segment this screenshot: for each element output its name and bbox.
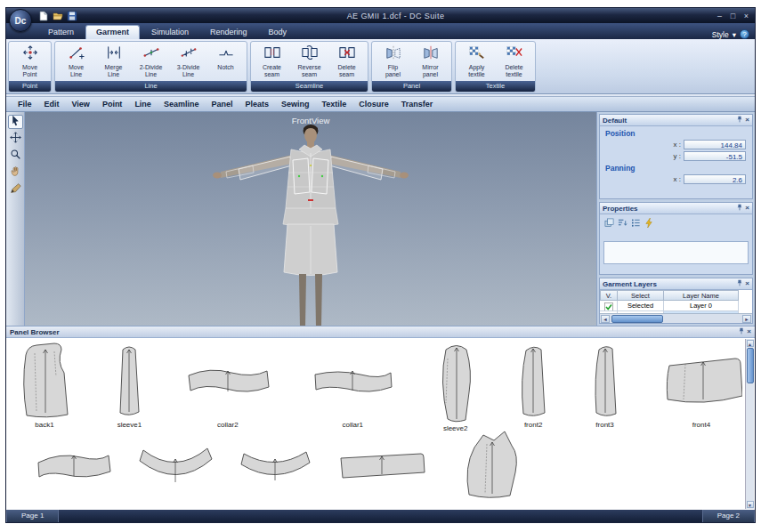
new-file-icon[interactable] xyxy=(38,11,49,21)
delete-textile-button[interactable]: Delete textile xyxy=(496,44,532,77)
minimize-button[interactable]: – xyxy=(714,12,725,20)
zoom-tool[interactable] xyxy=(8,149,23,163)
notch-button[interactable]: Notch xyxy=(207,44,244,71)
vertical-scrollbar[interactable]: ▲ ▼ xyxy=(745,339,754,509)
maximize-button[interactable]: □ xyxy=(727,12,739,20)
app-logo[interactable]: Dc xyxy=(9,9,32,32)
help-icon[interactable]: ? xyxy=(740,29,749,39)
panel-garment-layers-header[interactable]: Garment Layers × xyxy=(600,278,752,290)
apply-textile-button[interactable]: Apply textile xyxy=(458,44,495,77)
panel-browser-header[interactable]: Panel Browser × xyxy=(6,326,755,338)
scroll-down-arrow[interactable]: ▼ xyxy=(747,501,754,508)
sort-icon[interactable] xyxy=(618,218,627,228)
close-icon[interactable]: × xyxy=(745,205,749,212)
scrollbar-thumb[interactable] xyxy=(611,315,663,323)
viewport-3d[interactable]: FrontView xyxy=(25,112,596,326)
close-icon[interactable]: × xyxy=(745,280,749,287)
visibility-checkbox[interactable] xyxy=(600,301,618,311)
pattern-piece-collar1[interactable]: collar1 xyxy=(312,341,393,430)
pattern-piece-sleeve1[interactable]: sleeve1 xyxy=(115,341,143,430)
layer-select-cell[interactable]: Selected xyxy=(618,301,664,311)
pattern-piece[interactable] xyxy=(239,430,311,510)
pattern-piece-back1[interactable]: back1 xyxy=(15,341,74,430)
menu-edit[interactable]: Edit xyxy=(38,99,66,109)
pattern-piece-sleeve2[interactable]: sleeve2 xyxy=(435,341,476,430)
close-icon[interactable]: × xyxy=(745,117,749,124)
menu-closure[interactable]: Closure xyxy=(352,99,395,109)
layer-name-cell[interactable]: Layer 0 xyxy=(664,301,739,311)
delete-seam-button[interactable]: Delete seam xyxy=(328,44,365,77)
pin-icon[interactable] xyxy=(738,327,745,336)
horizontal-scrollbar[interactable]: ◄ ► xyxy=(600,313,752,323)
select-tool[interactable] xyxy=(8,115,23,129)
pattern-piece[interactable] xyxy=(35,430,111,510)
pin-icon[interactable] xyxy=(736,204,743,213)
menu-transfer[interactable]: Transfer xyxy=(395,99,440,109)
tab-pattern[interactable]: Pattern xyxy=(38,26,84,39)
create-seam-button[interactable]: Create seam xyxy=(254,44,290,77)
merge-line-button[interactable]: Merge Line xyxy=(95,44,132,77)
panel-default-header[interactable]: Default × xyxy=(600,115,752,126)
tab-simulation[interactable]: Simulation xyxy=(142,26,198,39)
measure-tool[interactable] xyxy=(8,182,23,197)
apply-textile-icon xyxy=(467,44,487,64)
menu-line[interactable]: Line xyxy=(128,99,158,109)
tab-garment[interactable]: Garment xyxy=(85,25,140,39)
column-header[interactable]: Select xyxy=(618,290,664,301)
mirror-panel-button[interactable]: Mirror panel xyxy=(412,44,449,77)
style-menu[interactable]: Style ▾ ? xyxy=(712,29,755,39)
pattern-piece-front2[interactable]: front2 xyxy=(517,341,549,430)
flip-panel-button[interactable]: Flip panel xyxy=(375,44,411,77)
column-header[interactable]: V. xyxy=(600,290,618,301)
pattern-piece-front4[interactable]: front4 xyxy=(660,341,742,430)
lightning-icon[interactable] xyxy=(644,218,654,228)
close-button[interactable]: × xyxy=(741,12,752,20)
style-menu-label: Style xyxy=(712,30,729,39)
field-row: y :-51.5 xyxy=(603,151,746,161)
column-header[interactable]: Layer Name xyxy=(664,290,739,301)
scroll-right-arrow[interactable]: ► xyxy=(742,315,751,323)
menu-textile[interactable]: Textile xyxy=(315,99,352,109)
list-icon[interactable] xyxy=(631,218,641,228)
piece-row: back1sleeve1collar2collar1sleeve2front2f… xyxy=(15,341,742,430)
pattern-piece[interactable] xyxy=(337,430,426,510)
field-value[interactable]: -51.5 xyxy=(684,151,746,161)
status-page-left[interactable]: Page 1 xyxy=(6,510,59,522)
menu-sewing[interactable]: Sewing xyxy=(275,99,316,109)
scroll-up-arrow[interactable]: ▲ xyxy=(747,340,754,347)
menu-pleats[interactable]: Pleats xyxy=(239,99,275,109)
move-line-button[interactable]: Move Line xyxy=(58,44,94,77)
pattern-piece-collar2[interactable]: collar2 xyxy=(185,341,271,430)
properties-content[interactable] xyxy=(603,241,749,264)
layer-row[interactable]: SelectedLayer 0 xyxy=(600,301,752,311)
pin-icon[interactable] xyxy=(736,116,743,125)
field-value[interactable]: 2.6 xyxy=(684,174,746,184)
menu-panel[interactable]: Panel xyxy=(205,99,239,109)
open-file-icon[interactable] xyxy=(53,11,63,21)
scrollbar-thumb[interactable] xyxy=(747,348,754,383)
menu-file[interactable]: File xyxy=(12,99,38,109)
tab-body[interactable]: Body xyxy=(259,26,297,39)
pan-tool[interactable] xyxy=(8,165,23,180)
reverse-seam-button[interactable]: Reverse seam xyxy=(291,44,328,77)
move-point-button[interactable]: Move Point xyxy=(12,44,48,77)
close-icon[interactable]: × xyxy=(747,328,751,335)
move-tool[interactable] xyxy=(8,132,23,146)
field-value[interactable]: 144.84 xyxy=(684,140,746,149)
pattern-piece[interactable] xyxy=(138,430,213,510)
scroll-left-arrow[interactable]: ◄ xyxy=(601,315,610,323)
pattern-piece-front3[interactable]: front3 xyxy=(591,341,619,430)
menu-view[interactable]: View xyxy=(66,99,96,109)
menu-seamline[interactable]: Seamline xyxy=(158,99,206,109)
divide3-line-button[interactable]: 3-Divide Line xyxy=(170,44,206,77)
menu-point[interactable]: Point xyxy=(96,99,129,109)
divide2-line-button[interactable]: 2-Divide Line xyxy=(133,44,169,77)
pattern-piece[interactable] xyxy=(453,430,528,510)
layers-icon[interactable] xyxy=(604,218,614,228)
pin-icon[interactable] xyxy=(736,279,743,288)
save-file-icon[interactable] xyxy=(67,11,77,21)
tab-rendering[interactable]: Rendering xyxy=(200,26,257,39)
scrollbar-track[interactable] xyxy=(610,315,742,323)
status-page-right[interactable]: Page 2 xyxy=(702,510,755,522)
panel-properties-header[interactable]: Properties × xyxy=(600,203,752,214)
